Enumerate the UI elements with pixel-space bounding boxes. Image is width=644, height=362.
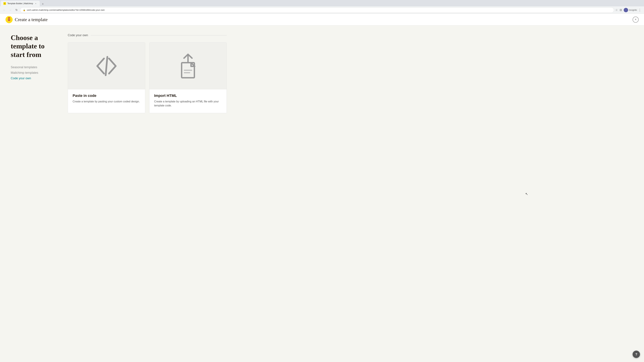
content-area: Code your own [68, 33, 227, 113]
import-html-card-desc: Create a template by uploading an HTML f… [154, 99, 222, 108]
tab-favicon [3, 2, 6, 5]
app-container: Create a template × Choose a template to… [0, 14, 644, 356]
help-btn[interactable]: ? [632, 351, 640, 358]
import-html-card-title: Import HTML [154, 93, 222, 98]
section-label: Code your own [68, 33, 88, 37]
bookmark-star-icon[interactable]: ☆ [615, 8, 618, 11]
paste-in-code-card-title: Paste in code [72, 93, 140, 98]
import-html-card-body: Import HTML Create a template by uploadi… [150, 89, 226, 113]
tab-bar: Template Builder | Mailchimp × + [0, 0, 644, 6]
svg-line-8 [97, 66, 104, 73]
header-close-btn[interactable]: × [632, 16, 639, 23]
cards-grid: Paste in code Create a template by pasti… [68, 42, 227, 113]
paste-in-code-card-desc: Create a template by pasting your custom… [72, 99, 140, 104]
browser-chrome: Template Builder | Mailchimp × + ← → ↻ 🔒… [0, 0, 644, 14]
svg-line-11 [109, 66, 116, 73]
new-tab-btn[interactable]: + [40, 2, 45, 6]
profile-btn[interactable] [624, 8, 628, 12]
svg-point-0 [4, 3, 5, 4]
main-content: Choose a template to start from Seasonal… [0, 25, 235, 121]
app-header: Create a template × [0, 14, 644, 25]
code-icon [93, 53, 120, 79]
section-label-row: Code your own [68, 33, 227, 37]
refresh-btn[interactable]: ↻ [14, 8, 19, 12]
incognito-label: Incognito [629, 9, 637, 11]
svg-line-10 [109, 58, 116, 66]
nav-right-buttons: ☆ ⊟ Incognito ⋮ [615, 8, 642, 12]
back-btn[interactable]: ← [2, 8, 7, 12]
paste-in-code-card-body: Paste in code Create a template by pasti… [68, 89, 145, 109]
sidebar-item-seasonal[interactable]: Seasonal templates [11, 65, 54, 69]
svg-line-7 [97, 58, 104, 66]
sidebar: Choose a template to start from Seasonal… [11, 33, 54, 113]
tab-close-btn[interactable]: × [34, 2, 37, 5]
url-text: us21.admin.mailchimp.com/email/templates… [27, 9, 611, 11]
sidebar-heading: Choose a template to start from [11, 33, 54, 59]
mailchimp-logo: Create a template [5, 16, 48, 23]
lock-icon: 🔒 [23, 9, 26, 11]
import-html-card[interactable]: Import HTML Create a template by uploadi… [149, 42, 227, 113]
sidebar-nav: Seasonal templates Mailchimp templates C… [11, 65, 54, 80]
section-divider [91, 35, 227, 35]
browser-menu-btn[interactable]: ⋮ [638, 8, 642, 12]
app-title: Create a template [15, 17, 48, 22]
address-bar[interactable]: 🔒 us21.admin.mailchimp.com/email/templat… [20, 7, 614, 13]
tab-title: Template Builder | Mailchimp [8, 2, 33, 5]
sidebar-item-code-your-own[interactable]: Code your own [11, 77, 54, 80]
sidebar-toggle-btn[interactable]: ⊟ [618, 8, 623, 12]
active-tab[interactable]: Template Builder | Mailchimp × [1, 1, 40, 6]
paste-in-code-card[interactable]: Paste in code Create a template by pasti… [68, 42, 145, 113]
browser-navbar: ← → ↻ 🔒 us21.admin.mailchimp.com/email/t… [0, 6, 644, 14]
paste-in-code-icon-area [68, 42, 145, 89]
sidebar-item-mailchimp[interactable]: Mailchimp templates [11, 71, 54, 75]
mailchimp-logo-icon [5, 16, 13, 23]
import-html-icon-area [150, 42, 226, 89]
svg-line-9 [106, 57, 107, 75]
import-icon [174, 53, 202, 79]
forward-btn[interactable]: → [8, 8, 13, 12]
